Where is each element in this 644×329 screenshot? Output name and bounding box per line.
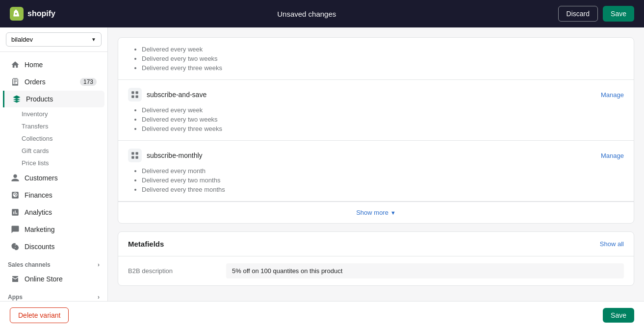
- finances-label: Finances: [25, 191, 52, 199]
- show-more-label: Show more: [356, 209, 388, 216]
- analytics-label: Analytics: [25, 208, 52, 216]
- subscription-monthly-icon: [128, 149, 142, 162]
- preceding-list: Delivered every week Delivered every two…: [128, 46, 624, 72]
- subscription-save-list-item-1: Delivered every two weeks: [142, 116, 624, 123]
- subscription-save-header: subscribe-and-save Manage: [128, 88, 624, 101]
- sidebar: bilaldev ▼ Home Orders 173: [0, 27, 108, 301]
- subscription-monthly-list: Delivered every month Delivered every tw…: [128, 167, 624, 193]
- subscription-save-list-item-0: Delivered every week: [142, 106, 624, 114]
- subscription-item-save: subscribe-and-save Manage Delivered ever…: [118, 80, 634, 141]
- svg-rect-5: [136, 152, 138, 154]
- svg-rect-0: [131, 91, 134, 94]
- shopify-bag-icon: [10, 7, 24, 21]
- svg-rect-7: [136, 156, 138, 159]
- sidebar-item-finances[interactable]: Finances: [3, 187, 104, 203]
- subscription-item-monthly: subscribe-monthly Manage Delivered every…: [118, 141, 634, 202]
- svg-rect-2: [131, 96, 134, 98]
- sales-channels-label: Sales channels: [8, 261, 51, 268]
- metafields-b2b-value: 5% off on 100 quantites on this product: [226, 263, 624, 278]
- apps-label: Apps: [8, 294, 23, 301]
- subscription-card-preceding: Delivered every week Delivered every two…: [118, 37, 634, 224]
- svg-rect-6: [131, 156, 134, 159]
- sidebar-item-collections[interactable]: Collections: [22, 132, 107, 145]
- sidebar-item-marketing[interactable]: Marketing: [3, 221, 104, 238]
- finances-icon: [11, 191, 20, 200]
- logo-text: shopify: [27, 9, 55, 18]
- sidebar-item-orders[interactable]: Orders 173: [3, 74, 104, 90]
- metafields-title: Metafields: [128, 240, 164, 248]
- show-all-link[interactable]: Show all: [600, 240, 624, 248]
- store-selector[interactable]: bilaldev ▼: [0, 27, 107, 52]
- sidebar-item-price-lists[interactable]: Price lists: [22, 157, 107, 169]
- topbar-actions: Discard Save: [558, 6, 634, 22]
- products-icon: [12, 95, 21, 103]
- subscription-monthly-title: subscribe-monthly: [128, 149, 203, 162]
- svg-rect-3: [136, 96, 138, 98]
- subscription-save-list: Delivered every week Delivered every two…: [128, 106, 624, 132]
- metafields-b2b-label: B2B description: [128, 267, 216, 275]
- orders-label: Orders: [25, 78, 46, 86]
- apps-section: Apps ›: [0, 288, 107, 301]
- customers-label: Customers: [25, 174, 58, 182]
- discounts-label: Discounts: [25, 243, 54, 251]
- sidebar-item-transfers[interactable]: Transfers: [22, 120, 107, 132]
- save-bottom-button[interactable]: Save: [603, 308, 634, 323]
- marketing-icon: [11, 225, 20, 234]
- online-store-icon: [11, 275, 20, 283]
- home-icon: [11, 60, 20, 69]
- preceding-list-item-1: Delivered every two weeks: [142, 55, 624, 62]
- subscription-monthly-name: subscribe-monthly: [147, 152, 203, 159]
- svg-rect-4: [131, 152, 134, 154]
- subscription-item-preceding: Delivered every week Delivered every two…: [118, 38, 634, 80]
- save-button[interactable]: Save: [603, 6, 634, 22]
- store-select[interactable]: bilaldev: [11, 36, 91, 43]
- sidebar-item-analytics[interactable]: Analytics: [3, 204, 104, 221]
- products-label: Products: [26, 95, 53, 103]
- subscription-monthly-manage-link[interactable]: Manage: [601, 152, 624, 159]
- chevron-down-icon: ▼: [390, 210, 396, 216]
- main-content: Delivered every week Delivered every two…: [108, 27, 644, 301]
- sidebar-item-gift-cards[interactable]: Gift cards: [22, 145, 107, 157]
- subscription-monthly-header: subscribe-monthly Manage: [128, 149, 624, 162]
- store-dropdown[interactable]: bilaldev ▼: [6, 32, 102, 47]
- preceding-list-item-2: Delivered every three weeks: [142, 64, 624, 72]
- sidebar-item-discounts[interactable]: Discounts: [3, 238, 104, 255]
- sidebar-item-home[interactable]: Home: [3, 56, 104, 73]
- sidebar-item-customers[interactable]: Customers: [3, 170, 104, 186]
- sidebar-item-products[interactable]: Products: [3, 91, 104, 107]
- sidebar-nav: Home Orders 173 Products Inventory T: [0, 52, 107, 301]
- layout: bilaldev ▼ Home Orders 173: [0, 27, 644, 301]
- subscription-save-name: subscribe-and-save: [147, 91, 206, 99]
- svg-rect-1: [136, 91, 138, 94]
- discounts-icon: [11, 242, 20, 251]
- home-label: Home: [25, 61, 43, 69]
- expand-icon[interactable]: ›: [98, 261, 100, 268]
- delete-variant-button[interactable]: Delete variant: [10, 307, 69, 323]
- preceding-list-item-0: Delivered every week: [142, 46, 624, 53]
- subscription-monthly-list-item-1: Delivered every two months: [142, 177, 624, 184]
- chevron-down-icon: ▼: [91, 37, 96, 42]
- sidebar-item-inventory[interactable]: Inventory: [22, 108, 107, 120]
- topbar-title: Unsaved changes: [277, 10, 336, 18]
- products-sub-nav: Inventory Transfers Collections Gift car…: [0, 108, 107, 169]
- online-store-label: Online Store: [25, 275, 63, 283]
- sidebar-item-online-store[interactable]: Online Store: [3, 271, 104, 287]
- metafields-header: Metafields Show all: [118, 232, 634, 256]
- sales-channels-section: Sales channels ›: [0, 255, 107, 270]
- topbar: shopify Unsaved changes Discard Save: [0, 0, 644, 27]
- orders-icon: [11, 77, 20, 86]
- subscription-monthly-list-item-0: Delivered every month: [142, 167, 624, 175]
- bottom-bar: Delete variant Save: [0, 301, 644, 329]
- apps-expand-icon[interactable]: ›: [98, 294, 100, 301]
- metafields-card: Metafields Show all B2B description 5% o…: [118, 231, 634, 286]
- subscription-monthly-list-item-2: Delivered every three months: [142, 186, 624, 193]
- marketing-label: Marketing: [25, 226, 54, 233]
- analytics-icon: [11, 208, 20, 217]
- show-more-button[interactable]: Show more ▼: [118, 202, 634, 223]
- subscription-save-manage-link[interactable]: Manage: [601, 91, 624, 99]
- discard-button[interactable]: Discard: [558, 6, 598, 22]
- orders-badge: 173: [80, 78, 97, 86]
- subscription-save-icon: [128, 88, 142, 101]
- metafields-row: B2B description 5% off on 100 quantites …: [118, 256, 634, 285]
- logo: shopify: [10, 7, 55, 21]
